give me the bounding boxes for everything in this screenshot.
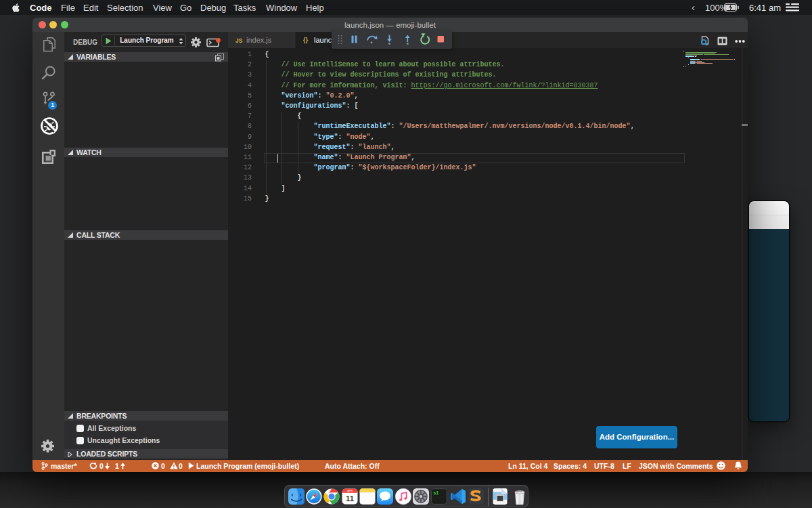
svg-text:11: 11: [346, 494, 355, 503]
svg-text:APR: APR: [347, 490, 353, 492]
svg-text:s1: s1: [433, 490, 438, 496]
